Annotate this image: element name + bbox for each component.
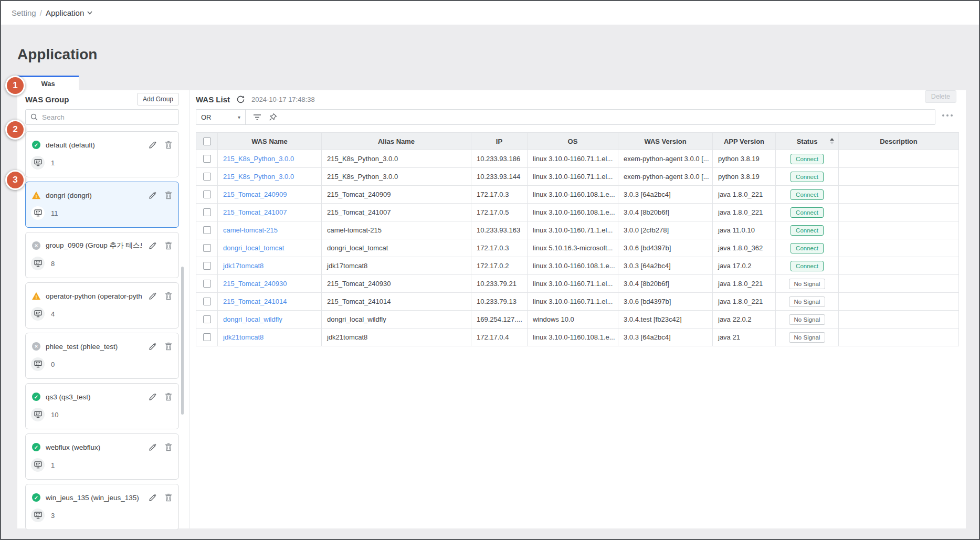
delete-group-icon[interactable] — [164, 442, 173, 452]
col-ip: IP — [471, 132, 528, 150]
panel-divider — [189, 90, 190, 528]
edit-group-icon[interactable] — [148, 342, 157, 351]
select-all-checkbox[interactable] — [203, 137, 211, 145]
more-options-icon[interactable] — [942, 114, 953, 117]
table-row: dongri_local_wildfly dongri_local_wildfl… — [196, 311, 959, 329]
row-checkbox[interactable] — [203, 333, 211, 341]
server-count: 10 — [51, 411, 58, 419]
os-cell: linux 3.10.0-1160.71.1.el... — [528, 168, 618, 186]
app-version-cell: python 3.8.19 — [713, 168, 776, 186]
was-name-link[interactable]: camel-tomcat-215 — [218, 221, 322, 239]
breadcrumb-application-dropdown[interactable]: Application — [46, 8, 92, 17]
was-group-card[interactable]: dongri (dongri) — [25, 182, 179, 228]
ip-cell: 172.17.0.5 — [471, 204, 528, 221]
delete-group-icon[interactable] — [164, 241, 173, 250]
was-name-link[interactable]: 215_Tomcat_240930 — [218, 275, 322, 293]
app-version-cell: java 1.8.0_221 — [713, 275, 776, 293]
row-select-cell — [196, 329, 218, 346]
os-cell: linux 3.10.0-1160.108.1.e... — [528, 257, 618, 275]
was-group-card[interactable]: operator-python (operator-pyth... — [25, 282, 179, 329]
was-group-title: WAS Group — [25, 95, 69, 104]
row-checkbox[interactable] — [203, 208, 211, 216]
row-checkbox[interactable] — [203, 155, 211, 163]
tab-was[interactable]: Was — [17, 76, 79, 90]
was-version-cell: 3.0.6 [bd4397b] — [618, 293, 713, 311]
monitor-icon — [34, 411, 42, 418]
row-checkbox[interactable] — [203, 226, 211, 234]
was-name-link[interactable]: dongri_local_wildfly — [218, 311, 322, 329]
breadcrumb-setting-link[interactable]: Setting — [12, 8, 36, 17]
delete-group-icon[interactable] — [164, 291, 173, 301]
was-name-link[interactable]: jdk17tomcat8 — [218, 257, 322, 275]
page-content: Application Was 1 2 3 WAS Group Add Grou… — [1, 25, 979, 539]
status-badge: No Signal — [789, 314, 826, 325]
table-row: jdk17tomcat8 jdk17tomcat8 172.17.0.2 lin… — [196, 257, 959, 275]
was-name-link[interactable]: 215_Tomcat_240909 — [218, 186, 322, 204]
app-version-cell: python 3.8.19 — [713, 150, 776, 168]
ip-cell: 169.254.127.... — [471, 311, 528, 329]
delete-group-icon[interactable] — [164, 342, 173, 351]
row-select-cell — [196, 186, 218, 204]
server-count: 8 — [51, 260, 55, 268]
was-version-cell: 3.0.3 [64a2bc4] — [618, 186, 713, 204]
pin-icon[interactable] — [269, 113, 277, 121]
filter-icon[interactable] — [253, 113, 261, 121]
filter-operator-select[interactable]: OR ▾ — [196, 110, 246, 124]
edit-group-icon[interactable] — [148, 140, 157, 150]
os-cell: linux 5.10.16.3-microsoft... — [528, 239, 618, 257]
row-checkbox[interactable] — [203, 298, 211, 305]
delete-button[interactable]: Delete — [925, 90, 956, 103]
status-sort-control[interactable] — [830, 138, 834, 144]
delete-group-icon[interactable] — [164, 493, 173, 502]
was-name-link[interactable]: 215_Tomcat_241007 — [218, 204, 322, 221]
was-name-link[interactable]: 215_K8s_Python_3.0.0 — [218, 168, 322, 186]
row-checkbox[interactable] — [203, 280, 211, 288]
status-cell: No Signal — [776, 329, 839, 346]
edit-group-icon[interactable] — [148, 241, 157, 250]
was-name-link[interactable]: jdk21tomcat8 — [218, 329, 322, 346]
row-checkbox[interactable] — [203, 244, 211, 252]
refresh-icon[interactable] — [236, 95, 245, 104]
row-checkbox[interactable] — [203, 315, 211, 323]
ip-cell: 172.17.0.2 — [471, 257, 528, 275]
was-group-card[interactable]: qs3 (qs3_test) — [25, 383, 179, 429]
row-checkbox[interactable] — [203, 190, 211, 198]
annotation-step-badge-2: 2 — [5, 120, 25, 140]
was-group-card[interactable]: phlee_test (phlee_test) — [25, 333, 179, 379]
row-select-cell — [196, 239, 218, 257]
app-version-cell: java 17.0.2 — [713, 257, 776, 275]
was-list-header: WAS List 2024-10-17 17:48:38 — [196, 92, 315, 106]
description-cell — [839, 293, 959, 311]
edit-group-icon[interactable] — [148, 442, 157, 452]
was-group-card[interactable]: default (default) — [25, 131, 179, 177]
server-count-circle — [31, 307, 45, 321]
was-list-table: WAS Name Alias Name IP OS WAS Version AP… — [196, 132, 959, 346]
monitor-icon — [34, 159, 42, 166]
ip-cell: 10.233.93.186 — [471, 150, 528, 168]
delete-group-icon[interactable] — [164, 392, 173, 401]
group-name: phlee_test (phlee_test) — [46, 343, 142, 351]
was-version-cell: 3.0.4 [8b20b6f] — [618, 275, 713, 293]
add-group-button[interactable]: Add Group — [137, 93, 179, 105]
delete-group-icon[interactable] — [164, 190, 173, 200]
was-name-link[interactable]: dongri_local_tomcat — [218, 239, 322, 257]
os-cell: linux 3.10.0-1160.71.1.el... — [528, 150, 618, 168]
row-checkbox[interactable] — [203, 262, 211, 270]
was-group-card[interactable]: webflux (webflux) — [25, 433, 179, 480]
edit-group-icon[interactable] — [148, 291, 157, 301]
edit-group-icon[interactable] — [148, 190, 157, 200]
group-search-input[interactable] — [42, 113, 174, 121]
was-name-link[interactable]: 215_K8s_Python_3.0.0 — [218, 150, 322, 168]
monitor-icon — [34, 461, 42, 469]
was-group-card[interactable]: win_jeus_135 (win_jeus_135) — [25, 484, 179, 530]
edit-group-icon[interactable] — [148, 493, 157, 502]
group-name: qs3 (qs3_test) — [46, 393, 142, 401]
edit-group-icon[interactable] — [148, 392, 157, 401]
group-list-scrollbar[interactable] — [181, 267, 184, 415]
row-checkbox[interactable] — [203, 173, 211, 181]
was-name-link[interactable]: 215_Tomcat_241014 — [218, 293, 322, 311]
alias-name-cell: 215_K8s_Python_3.0.0 — [322, 168, 471, 186]
description-cell — [839, 239, 959, 257]
was-group-card[interactable]: group_0909 (Group 추가 테스트) — [25, 232, 179, 278]
delete-group-icon[interactable] — [164, 140, 173, 150]
